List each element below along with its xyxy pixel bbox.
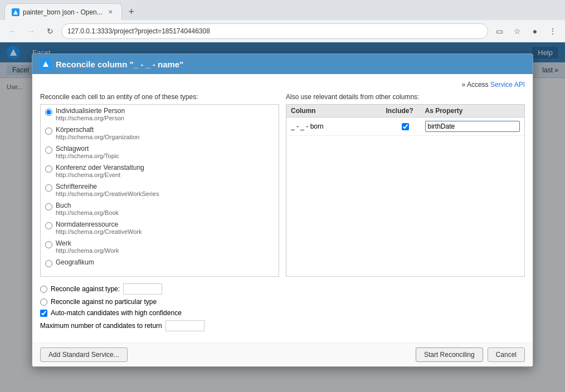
type-name-0: Individualisierte Person — [56, 107, 125, 115]
type-name-7: Werk — [56, 239, 119, 247]
type-item-3[interactable]: Konferenz oder Veranstaltung http://sche… — [41, 161, 279, 180]
reconcile-dialog: Reconcile column "_ - _ - name" » Access… — [32, 53, 533, 367]
reconcile-no-type-radio[interactable] — [40, 298, 47, 306]
col-header-column: Column — [291, 107, 386, 115]
type-radio-5[interactable] — [45, 203, 52, 210]
reconcile-against-type-radio[interactable] — [40, 286, 47, 293]
active-tab[interactable]: painter_born json - Open... ✕ — [4, 3, 122, 20]
service-api-link[interactable]: Service API — [490, 81, 525, 89]
tab-bar: painter_born json - Open... ✕ + — [0, 0, 565, 20]
browser-actions: ▭ ☆ ● ⋮ — [491, 23, 561, 39]
type-item-text-0: Individualisierte Person http://schema.o… — [56, 107, 125, 121]
type-radio-4[interactable] — [45, 184, 52, 192]
type-radio-2[interactable] — [45, 146, 52, 154]
dialog-header: Reconcile column "_ - _ - name" — [32, 54, 533, 74]
cast-button[interactable]: ▭ — [491, 23, 507, 39]
footer-left: Add Standard Service... — [40, 347, 128, 362]
max-candidates-input[interactable] — [165, 320, 204, 331]
column-name-cell: _ - _ - born — [291, 122, 386, 130]
type-radio-8[interactable] — [45, 260, 52, 267]
column-table-header: Column Include? As Property — [286, 105, 524, 117]
type-name-8: Geografikum — [56, 258, 94, 266]
type-url-4: http://schema.org/CreativeWorkSeries — [56, 190, 159, 197]
type-url-2: http://schema.org/Topic — [56, 153, 119, 159]
type-name-4: Schriftenreihe — [56, 183, 159, 190]
max-candidates-row: Maximum number of candidates to return — [40, 320, 525, 331]
dialog-columns: Reconcile each cell to an entity of one … — [40, 93, 525, 277]
type-item-text-2: Schlagwort http://schema.org/Topic — [56, 145, 119, 159]
back-button[interactable]: ← — [4, 23, 20, 39]
type-item-8[interactable]: Geografikum — [41, 256, 279, 270]
url-text: 127.0.0.1:3333/project?project=185174044… — [67, 27, 210, 35]
cancel-button[interactable]: Cancel — [488, 347, 525, 362]
reconcile-against-type-row: Reconcile against type: — [40, 283, 525, 295]
type-name-2: Schlagwort — [56, 145, 119, 153]
type-name-1: Körperschaft — [56, 126, 139, 134]
type-item-7[interactable]: Werk http://schema.org/Work — [41, 237, 279, 256]
start-reconciling-button[interactable]: Start Reconciling — [416, 347, 483, 362]
bookmark-button[interactable]: ☆ — [509, 23, 525, 39]
tab-favicon — [12, 8, 20, 16]
type-item-text-8: Geografikum — [56, 258, 94, 266]
max-candidates-label: Maximum number of candidates to return — [40, 322, 162, 330]
type-item-text-4: Schriftenreihe http://schema.org/Creativ… — [56, 183, 159, 197]
type-url-6: http://schema.org/CreativeWork — [56, 228, 142, 235]
auto-match-row: Auto-match candidates with high confiden… — [40, 309, 525, 317]
add-standard-service-button[interactable]: Add Standard Service... — [40, 347, 128, 362]
type-name-3: Konferenz oder Veranstaltung — [56, 164, 144, 171]
include-checkbox-0[interactable] — [402, 123, 409, 130]
type-item-text-3: Konferenz oder Veranstaltung http://sche… — [56, 164, 144, 178]
type-item-text-6: Normdatenressource http://schema.org/Cre… — [56, 220, 142, 235]
reconcile-no-type-row: Reconcile against no particular type — [40, 298, 525, 306]
property-input-0[interactable] — [425, 121, 520, 132]
modal-overlay: Reconcile column "_ - _ - name" » Access… — [0, 42, 565, 392]
type-item-6[interactable]: Normdatenressource http://schema.org/Cre… — [41, 218, 279, 237]
address-bar[interactable]: 127.0.0.1:3333/project?project=185174044… — [61, 23, 488, 39]
auto-match-checkbox[interactable] — [40, 310, 47, 317]
type-name-5: Buch — [56, 202, 119, 209]
type-radio-3[interactable] — [45, 165, 52, 173]
type-radio-1[interactable] — [45, 128, 52, 135]
also-use-instruction: Also use relevant details from other col… — [286, 93, 525, 101]
reconcile-no-type-label: Reconcile against no particular type — [51, 298, 157, 306]
forward-button[interactable]: → — [23, 23, 39, 39]
type-radio-7[interactable] — [45, 241, 52, 248]
address-bar-row: ← → ↻ 127.0.0.1:3333/project?project=185… — [0, 20, 565, 42]
reload-button[interactable]: ↻ — [42, 23, 58, 39]
type-item-4[interactable]: Schriftenreihe http://schema.org/Creativ… — [41, 180, 279, 199]
dialog-title: Reconcile column "_ - _ - name" — [56, 60, 183, 69]
type-url-7: http://schema.org/Work — [56, 247, 119, 254]
profile-button[interactable]: ● — [527, 23, 543, 39]
column-table-row-0: _ - _ - born — [286, 117, 524, 136]
reconcile-against-type-input[interactable] — [123, 283, 162, 295]
browser-chrome: painter_born json - Open... ✕ + ← → ↻ 12… — [0, 0, 565, 42]
dialog-body: » Access Service API Reconcile each cell… — [32, 74, 533, 342]
auto-match-label: Auto-match candidates with high confiden… — [51, 309, 182, 317]
type-name-6: Normdatenressource — [56, 220, 142, 228]
type-item-5[interactable]: Buch http://schema.org/Book — [41, 199, 279, 218]
type-radio-0[interactable] — [45, 109, 52, 116]
type-list[interactable]: Individualisierte Person http://schema.o… — [40, 104, 279, 277]
type-item-text-1: Körperschaft http://schema.org/Organizat… — [56, 126, 139, 140]
column-table: Column Include? As Property _ - _ - born — [286, 104, 525, 277]
reconcile-instruction: Reconcile each cell to an entity of one … — [40, 93, 279, 101]
footer-right: Start Reconciling Cancel — [416, 347, 525, 362]
dialog-footer: Add Standard Service... Start Reconcilin… — [32, 342, 533, 366]
service-link-text: » Access — [462, 81, 489, 89]
type-item-text-5: Buch http://schema.org/Book — [56, 202, 119, 216]
type-url-5: http://schema.org/Book — [56, 209, 119, 216]
tab-close-button[interactable]: ✕ — [106, 8, 115, 17]
right-column: Also use relevant details from other col… — [286, 93, 525, 277]
type-item-0[interactable]: Individualisierte Person http://schema.o… — [41, 105, 279, 124]
type-radio-6[interactable] — [45, 222, 52, 229]
type-url-0: http://schema.org/Person — [56, 115, 125, 121]
type-url-1: http://schema.org/Organization — [56, 134, 139, 140]
type-url-3: http://schema.org/Event — [56, 171, 144, 178]
menu-button[interactable]: ⋮ — [545, 23, 561, 39]
new-tab-button[interactable]: + — [124, 4, 139, 19]
svg-marker-2 — [43, 61, 48, 67]
type-item-1[interactable]: Körperschaft http://schema.org/Organizat… — [41, 124, 279, 143]
tab-title: painter_born json - Open... — [23, 8, 103, 16]
type-item-text-7: Werk http://schema.org/Work — [56, 239, 119, 254]
type-item-2[interactable]: Schlagwort http://schema.org/Topic — [41, 143, 279, 161]
